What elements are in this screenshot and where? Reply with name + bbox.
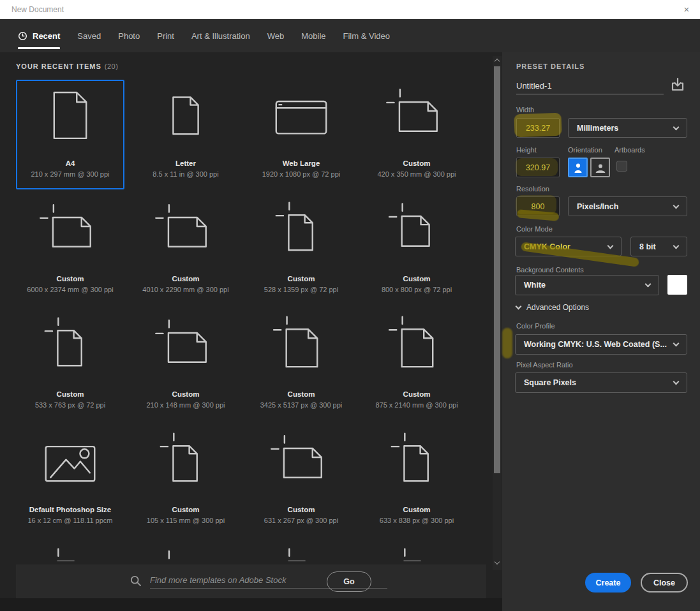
tab-label: Photo [118, 31, 140, 41]
template-card-10[interactable]: Custom3425 x 5137 px @ 300 ppi [247, 311, 355, 420]
width-field[interactable]: 233.27 [516, 118, 560, 138]
pixel-aspect-ratio-value: Square Pixels [524, 378, 576, 387]
preset-details-panel: PRESET DETAILS Width 233.27 Millimeters … [502, 52, 700, 611]
template-spec: 420 x 350 mm @ 300 ppi [377, 170, 456, 178]
recent-items-heading: YOUR RECENT ITEMS(20) [16, 63, 118, 70]
doc-portrait-crop-icon [265, 543, 337, 561]
template-card-19[interactable] [362, 541, 471, 561]
chevron-down-icon [516, 303, 522, 309]
bit-depth-value: 8 bit [639, 242, 656, 251]
resolution-unit-dropdown[interactable]: Pixels/Inch [568, 196, 687, 216]
tab-label: Mobile [301, 31, 325, 41]
template-card-6[interactable]: Custom528 x 1359 px @ 72 ppi [247, 195, 355, 305]
template-card-11[interactable]: Custom875 x 2140 mm @ 300 ppi [362, 311, 471, 420]
tab-saved[interactable]: Saved [77, 19, 101, 52]
template-name: Custom [288, 390, 315, 399]
tab-recent[interactable]: Recent [18, 19, 60, 52]
download-icon[interactable] [668, 75, 687, 94]
tab-label: Film & Video [343, 31, 390, 41]
template-name: Default Photoshop Size [29, 505, 111, 515]
tab-web[interactable]: Web [267, 19, 285, 52]
template-card-8[interactable]: Custom533 x 763 px @ 72 ppi [16, 311, 124, 420]
image-icon [34, 427, 106, 501]
pixel-aspect-ratio-dropdown[interactable]: Square Pixels [515, 372, 687, 393]
document-name-input[interactable] [516, 78, 664, 94]
scrollbar-thumb[interactable] [494, 66, 500, 473]
preset-details-heading: PRESET DETAILS [516, 63, 585, 70]
tab-art-illustration[interactable]: Art & Illustration [191, 19, 250, 52]
template-spec: 105 x 115 mm @ 300 ppi [147, 517, 225, 524]
template-spec: 6000 x 2374 mm @ 300 ppi [27, 286, 113, 293]
portrait-person-icon [571, 161, 585, 175]
artboards-label: Artboards [614, 146, 645, 154]
template-card-14[interactable]: Custom631 x 267 px @ 300 ppi [247, 426, 355, 536]
template-card-2[interactable]: Web Large1920 x 1080 px @ 72 ppi [247, 80, 355, 189]
tab-label: Saved [77, 31, 101, 41]
chevron-down-icon [607, 243, 614, 249]
background-contents-dropdown[interactable]: White [515, 275, 659, 295]
dialog-tabbar: RecentSavedPhotoPrintArt & IllustrationW… [0, 19, 700, 52]
tab-mobile[interactable]: Mobile [301, 19, 325, 52]
template-name: Custom [172, 274, 200, 284]
template-name: Web Large [283, 159, 320, 168]
color-mode-dropdown[interactable]: CMYK Color [515, 237, 622, 256]
artboards-checkbox[interactable] [616, 161, 627, 172]
resolution-unit-value: Pixels/Inch [577, 202, 618, 211]
doc-landscape-crop-icon [150, 196, 221, 270]
tab-film-video[interactable]: Film & Video [343, 19, 390, 52]
chevron-down-icon [645, 281, 652, 288]
template-card-1[interactable]: Letter8.5 x 11 in @ 300 ppi [131, 80, 240, 189]
height-field[interactable]: 320.97 [516, 158, 560, 177]
recent-items-label: YOUR RECENT ITEMS [16, 63, 101, 70]
template-name: Custom [403, 505, 431, 515]
background-contents-value: White [524, 281, 546, 290]
width-unit-dropdown[interactable]: Millimeters [568, 118, 687, 138]
template-card-7[interactable]: Custom800 x 800 px @ 72 ppi [362, 195, 471, 305]
orientation-portrait-button[interactable] [568, 158, 588, 177]
scrollbar[interactable] [493, 56, 502, 570]
doc-portrait-crop-icon [34, 543, 106, 561]
width-unit-value: Millimeters [577, 124, 618, 133]
go-button[interactable]: Go [327, 571, 371, 592]
template-card-17[interactable] [131, 541, 240, 561]
template-card-13[interactable]: Custom105 x 115 mm @ 300 ppi [131, 426, 240, 536]
template-name: Custom [403, 159, 431, 168]
template-spec: 16 x 12 cm @ 118.11 ppcm [27, 517, 112, 524]
template-card-9[interactable]: Custom210 x 148 mm @ 300 ppi [131, 311, 240, 420]
doc-portrait-icon [34, 81, 106, 155]
bit-depth-dropdown[interactable]: 8 bit [630, 237, 687, 256]
chevron-down-icon [673, 203, 680, 209]
doc-square-crop-icon [381, 196, 452, 270]
template-name: Custom [288, 505, 315, 515]
highlighter-mark [502, 328, 512, 358]
color-mode-value: CMYK Color [524, 242, 570, 251]
new-document-dialog: New Document × RecentSavedPhotoPrintArt … [0, 0, 700, 611]
resolution-field[interactable]: 800 [516, 196, 560, 216]
scrollbar-up-icon[interactable] [495, 59, 500, 64]
doc-landscape-crop-icon [34, 196, 106, 270]
close-icon[interactable]: × [680, 3, 694, 17]
template-card-0[interactable]: A4210 x 297 mm @ 300 ppi [16, 80, 124, 189]
template-card-4[interactable]: Custom6000 x 2374 mm @ 300 ppi [16, 195, 124, 305]
orientation-landscape-button[interactable] [590, 158, 610, 177]
template-name: Letter [175, 159, 196, 168]
close-button[interactable]: Close [641, 573, 688, 593]
template-card-16[interactable] [16, 541, 124, 561]
color-profile-dropdown[interactable]: Working CMYK: U.S. Web Coated (S... [515, 334, 687, 355]
template-card-18[interactable] [247, 541, 355, 561]
doc-portrait-crop-icon [34, 312, 106, 386]
left-footer-strip [0, 598, 502, 611]
advanced-options-toggle[interactable]: Advanced Options [516, 303, 589, 312]
create-button[interactable]: Create [585, 573, 631, 593]
template-card-15[interactable]: Custom633 x 838 px @ 300 ppi [362, 426, 471, 536]
template-card-3[interactable]: Custom420 x 350 mm @ 300 ppi [362, 80, 471, 189]
advanced-options-label: Advanced Options [526, 303, 589, 312]
color-mode-label: Color Mode [516, 225, 553, 233]
tab-print[interactable]: Print [157, 19, 174, 52]
background-color-swatch[interactable] [667, 275, 687, 295]
scrollbar-down-icon[interactable] [495, 559, 500, 564]
template-card-12[interactable]: Default Photoshop Size16 x 12 cm @ 118.1… [16, 426, 124, 536]
tab-photo[interactable]: Photo [118, 19, 140, 52]
doc-landscape-crop-icon [150, 312, 221, 386]
template-card-5[interactable]: Custom4010 x 2290 mm @ 300 ppi [131, 195, 240, 305]
